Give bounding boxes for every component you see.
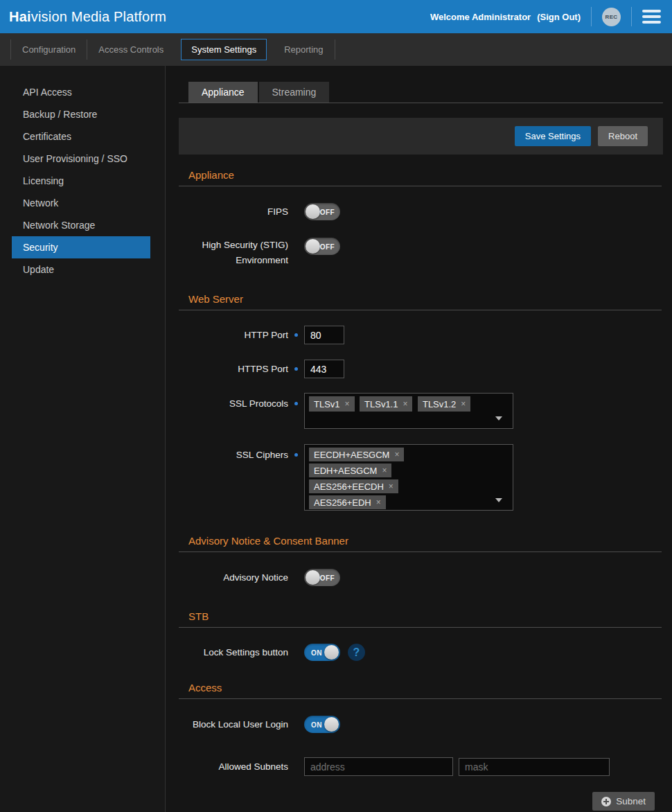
https-port-input[interactable]	[304, 360, 344, 378]
tag-text: TLSv1.1	[364, 399, 398, 409]
remove-tag-icon[interactable]: ×	[389, 482, 394, 491]
help-icon[interactable]: ?	[348, 644, 365, 661]
ssl-ciphers-label: SSL Ciphers	[179, 444, 288, 463]
action-toolbar: Save Settings Reboot	[179, 118, 663, 155]
http-port-input[interactable]	[304, 326, 344, 344]
required-dot-icon	[294, 453, 298, 457]
sidebar-item-licensing[interactable]: Licensing	[12, 170, 150, 192]
lock-settings-toggle[interactable]: ON	[304, 644, 340, 661]
advisory-notice-label: Advisory Notice	[179, 570, 288, 585]
lock-settings-row: Lock Settings button ON ?	[179, 644, 663, 661]
ssl-cipher-tag: AES256+EECDH×	[309, 479, 398, 493]
https-port-row: HTTPS Port	[179, 360, 663, 378]
tag-text: TLSv1	[314, 399, 340, 409]
fips-label: FIPS	[179, 204, 288, 220]
nav-item-system-settings[interactable]: System Settings	[181, 39, 267, 60]
toggle-state-label: ON	[311, 648, 322, 656]
stig-label: High Security (STIG) Environment	[179, 238, 288, 268]
save-settings-button[interactable]: Save Settings	[515, 126, 591, 146]
block-login-row: Block Local User Login ON	[179, 716, 663, 733]
toggle-state-label: OFF	[320, 574, 335, 581]
ssl-protocol-tag: TLSv1.2×	[418, 396, 470, 412]
https-port-label: HTTPS Port	[179, 362, 288, 377]
tab-streaming[interactable]: Streaming	[259, 82, 330, 103]
section-title-stb: STB	[188, 610, 663, 622]
sidebar-item-security[interactable]: Security	[12, 236, 150, 258]
logo-rest: vision Media Platform	[31, 9, 166, 24]
stig-toggle[interactable]: OFF	[304, 238, 340, 255]
allowed-subnets-row: Allowed Subnets	[179, 757, 663, 776]
toggle-knob	[324, 717, 339, 732]
remove-tag-icon[interactable]: ×	[345, 399, 350, 409]
dropdown-caret-icon[interactable]	[495, 416, 502, 421]
required-dot-icon	[294, 367, 298, 371]
toggle-knob	[324, 645, 339, 660]
stig-label-line1: High Security (STIG)	[179, 238, 288, 253]
sidebar-item-network-storage[interactable]: Network Storage	[12, 214, 150, 236]
top-nav: Configuration Access Controls System Set…	[0, 33, 672, 66]
tag-text: EDH+AESGCM	[314, 466, 377, 476]
toggle-state-label: ON	[311, 721, 322, 728]
reboot-button[interactable]: Reboot	[598, 126, 648, 146]
rec-badge-icon[interactable]: REC	[602, 8, 621, 26]
block-login-label: Block Local User Login	[179, 717, 288, 732]
add-subnet-button[interactable]: Subnet	[592, 792, 655, 811]
advisory-notice-row: Advisory Notice OFF	[179, 569, 663, 586]
sidebar-item-update[interactable]: Update	[12, 258, 150, 281]
remove-tag-icon[interactable]: ×	[382, 466, 387, 475]
logo-bold: Hai	[9, 9, 31, 24]
tag-text: AES256+EECDH	[314, 482, 384, 492]
section-rule	[179, 186, 662, 186]
sidebar-item-certificates[interactable]: Certificates	[12, 125, 150, 148]
ssl-cipher-tag: AES256+EDH×	[309, 495, 386, 509]
fips-row: FIPS OFF	[179, 203, 663, 220]
hamburger-menu-icon[interactable]	[642, 8, 661, 25]
nav-item-configuration[interactable]: Configuration	[11, 44, 87, 55]
sidebar-item-backup-restore[interactable]: Backup / Restore	[12, 103, 150, 125]
required-dot-icon	[294, 402, 298, 405]
section-rule	[179, 698, 662, 699]
nav-item-reporting[interactable]: Reporting	[273, 44, 334, 55]
remove-tag-icon[interactable]: ×	[461, 399, 466, 409]
tab-appliance[interactable]: Appliance	[188, 82, 258, 103]
toggle-state-label: OFF	[320, 208, 335, 215]
required-dot-icon	[294, 333, 298, 337]
section-rule	[179, 551, 662, 552]
tag-text: TLSv1.2	[423, 399, 456, 409]
stig-row: High Security (STIG) Environment OFF	[179, 238, 663, 268]
remove-tag-icon[interactable]: ×	[403, 399, 407, 409]
content-tabs: Appliance Streaming	[179, 82, 663, 103]
subnet-address-input[interactable]	[304, 757, 453, 776]
remove-tag-icon[interactable]: ×	[376, 497, 381, 507]
advisory-notice-toggle[interactable]: OFF	[304, 569, 340, 586]
ssl-ciphers-row: SSL Ciphers EECDH+AESGCM× EDH+AESGCM× AE…	[179, 444, 663, 511]
app-header: Haivision Media Platform Welcome Adminis…	[0, 0, 672, 33]
settings-content: Appliance Streaming Save Settings Reboot…	[179, 66, 663, 812]
section-title-access: Access	[188, 682, 663, 694]
subnet-mask-input[interactable]	[459, 758, 610, 776]
ssl-ciphers-multiselect[interactable]: EECDH+AESGCM× EDH+AESGCM× AES256+EECDH× …	[304, 444, 513, 511]
stig-label-line2: Environment	[179, 253, 288, 268]
ssl-protocols-multiselect[interactable]: TLSv1× TLSv1.1× TLSv1.2×	[304, 393, 513, 429]
plus-icon	[601, 797, 611, 806]
sidebar-item-network[interactable]: Network	[12, 192, 150, 214]
app-logo: Haivision Media Platform	[9, 9, 166, 25]
fips-toggle[interactable]: OFF	[304, 203, 340, 220]
sidebar-item-user-provisioning[interactable]: User Provisioning / SSO	[12, 148, 150, 170]
nav-item-access-controls[interactable]: Access Controls	[87, 44, 175, 55]
ssl-protocol-tag: TLSv1×	[309, 396, 355, 412]
section-title-advisory: Advisory Notice & Consent Banner	[188, 535, 663, 547]
toggle-knob	[306, 239, 320, 254]
block-login-toggle[interactable]: ON	[304, 716, 340, 733]
header-divider	[591, 7, 592, 26]
ssl-protocols-label: SSL Protocols	[179, 393, 288, 412]
sign-out-link[interactable]: (Sign Out)	[537, 12, 581, 22]
sidebar-item-api-access[interactable]: API Access	[12, 81, 150, 103]
header-divider	[631, 7, 632, 26]
remove-tag-icon[interactable]: ×	[394, 450, 399, 459]
section-title-web-server: Web Server	[188, 293, 663, 305]
nav-divider	[335, 39, 335, 60]
allowed-subnets-label: Allowed Subnets	[179, 759, 288, 775]
dropdown-caret-icon[interactable]	[495, 498, 502, 502]
toggle-knob	[306, 570, 320, 585]
